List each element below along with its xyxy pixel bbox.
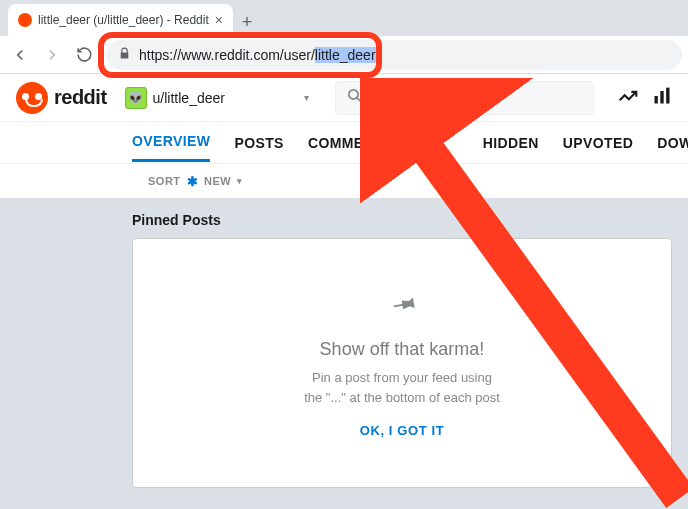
back-button[interactable] bbox=[6, 41, 34, 69]
svg-rect-3 bbox=[660, 91, 663, 104]
content-area: Pinned Posts Show off that karma! Pin a … bbox=[0, 198, 688, 509]
profile-tabs: OVERVIEW POSTS COMMENTS HIDDEN UPVOTED D… bbox=[0, 122, 688, 164]
browser-toolbar: https://www.reddit.com/user/little_deer bbox=[0, 36, 688, 74]
tab-hidden[interactable]: HIDDEN bbox=[483, 125, 539, 161]
empty-description: Pin a post from your feed using the "...… bbox=[304, 368, 500, 407]
pin-icon bbox=[379, 283, 425, 331]
pinned-empty-card: Show off that karma! Pin a post from you… bbox=[132, 238, 672, 488]
chevron-down-icon: ▾ bbox=[304, 92, 309, 103]
reddit-header: reddit 👽 u/little_deer ▾ bbox=[0, 74, 688, 122]
svg-rect-4 bbox=[666, 87, 669, 103]
chevron-down-icon[interactable]: ▾ bbox=[237, 176, 243, 186]
reload-button[interactable] bbox=[70, 41, 98, 69]
svg-rect-2 bbox=[655, 96, 658, 104]
browser-tabbar: little_deer (u/little_deer) - Reddit × + bbox=[0, 0, 688, 36]
reddit-logo-icon bbox=[16, 82, 48, 114]
tab-comments[interactable]: COMMENTS bbox=[308, 125, 393, 161]
stats-icon[interactable] bbox=[652, 86, 672, 110]
empty-heading: Show off that karma! bbox=[320, 339, 485, 360]
username-label: u/little_deer bbox=[153, 90, 298, 106]
close-tab-icon[interactable]: × bbox=[215, 12, 223, 28]
forward-button[interactable] bbox=[38, 41, 66, 69]
sort-value[interactable]: NEW bbox=[204, 175, 231, 187]
new-tab-button[interactable]: + bbox=[233, 8, 261, 36]
trending-icon[interactable] bbox=[618, 86, 638, 110]
url-bar[interactable]: https://www.reddit.com/user/little_deer bbox=[106, 40, 682, 70]
search-box[interactable] bbox=[335, 81, 594, 115]
browser-tab[interactable]: little_deer (u/little_deer) - Reddit × bbox=[8, 4, 233, 36]
reddit-logo[interactable]: reddit bbox=[16, 82, 107, 114]
sort-gear-icon: ✱ bbox=[187, 174, 199, 189]
search-input[interactable] bbox=[371, 90, 583, 106]
reddit-logo-text: reddit bbox=[54, 86, 107, 109]
tab-posts[interactable]: POSTS bbox=[234, 125, 283, 161]
lock-icon bbox=[118, 47, 131, 63]
user-dropdown[interactable]: 👽 u/little_deer ▾ bbox=[117, 83, 317, 113]
pinned-section-title: Pinned Posts bbox=[132, 212, 688, 228]
reddit-favicon bbox=[18, 13, 32, 27]
tab-downvoted[interactable]: DOWNVOTED bbox=[657, 125, 688, 161]
search-icon bbox=[346, 87, 363, 108]
svg-point-0 bbox=[348, 90, 357, 99]
tab-overview[interactable]: OVERVIEW bbox=[132, 123, 210, 162]
sort-label: SORT bbox=[148, 175, 181, 187]
sort-row: SORT ✱ NEW ▾ bbox=[0, 164, 688, 198]
avatar: 👽 bbox=[125, 87, 147, 109]
svg-line-1 bbox=[356, 98, 359, 101]
tab-title: little_deer (u/little_deer) - Reddit bbox=[38, 13, 209, 27]
url-text: https://www.reddit.com/user/little_deer bbox=[139, 47, 376, 63]
ok-got-it-button[interactable]: OK, I GOT IT bbox=[360, 423, 444, 438]
tab-upvoted[interactable]: UPVOTED bbox=[563, 125, 633, 161]
